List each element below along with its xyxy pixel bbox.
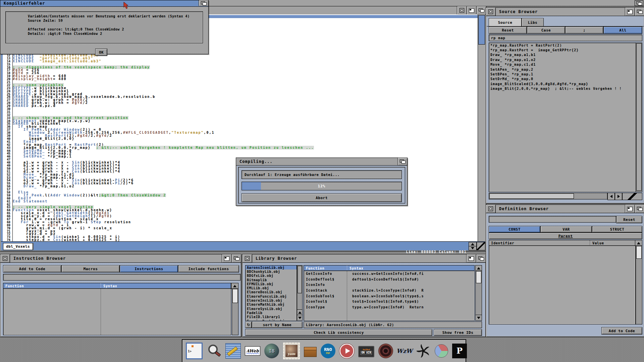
play-icon[interactable] [339,344,354,358]
code-line[interactable]: 34Statement update_map{x.w,y.w} [3,120,479,123]
zoom-gadget[interactable] [466,254,476,262]
library-list-item[interactable]: Bitmaplib [246,278,297,282]
code-line[interactable]: 28SHARED grhh.w: grhh = #gYd/2 [3,102,479,105]
definition-list[interactable] [489,245,636,324]
source-result-item[interactable]: SetBPen_ *rp_map,1 [489,72,636,76]
function-row[interactable]: IconTypetype.w=IconType(Info#) Return [304,304,474,310]
function-vertical-scrollbar[interactable] [475,270,482,315]
abort-button[interactable]: Abort [241,193,402,202]
add-to-code-button[interactable]: Add to Code [601,327,642,335]
source-result-item[interactable]: SetDrMd_ *rp_map,0 [489,77,636,81]
reset-button[interactable]: Reset [616,216,642,223]
tab-struct[interactable]: STRUCT [592,226,642,233]
code-line[interactable]: 30 [3,108,479,111]
error-depth-gadget[interactable] [199,0,208,6]
rno-pdf-icon[interactable]: RNOPDF [321,344,335,358]
source-result-item[interactable]: Draw_ *rp_map,a1,b1 [489,53,636,57]
scrollbar-thumb[interactable] [636,43,642,191]
source-result-item[interactable]: SetAPen_ *rp_map,2 [489,67,636,72]
case-button[interactable]: Case [527,26,565,34]
window-resize-gadget[interactable] [477,242,485,250]
code-line[interactable]: 43 image_Blit{2,0,0,*rp_map} ; &lt;-- ue… [3,146,479,149]
function-row[interactable]: IconTool$tool$=IconTool$(Info#,type$) [304,299,474,304]
window-resize-gadget[interactable] [622,193,642,200]
instruction-browser-titlebar[interactable]: Instruction Browser [0,254,241,263]
library-vertical-scrollbar[interactable] [297,265,303,310]
tab-var[interactable]: VAR [540,226,592,233]
yam-mail-icon[interactable]: yam [283,343,300,359]
library-list-item[interactable]: ElmoreMathLib.obj [246,303,297,307]
editor-zoom-gadget[interactable] [467,6,476,14]
function-row[interactable]: IconDefTool$deftool$=IconDefTool$(Info#) [304,277,474,282]
code-line[interactable]: 45 SetAPen_ *rp_map,2 [3,152,479,155]
scroll-down-button[interactable] [475,315,482,321]
code-line[interactable]: 68 For i.w = -grwh To grwh-1 Step resolu… [3,221,479,224]
scrollbar-thumb[interactable] [476,271,481,283]
library-list-item[interactable]: ElmoreFuncsLib.obj [246,294,297,298]
function-row[interactable]: IconInfo [304,282,474,288]
notepad-icon[interactable] [225,343,241,359]
screen-depth-gadget[interactable] [635,0,643,6]
code-line[interactable]: 44 SetDrMd_ *rp_map,0 [3,149,479,153]
cycle-gadget[interactable]: ↻ [245,321,252,328]
library-list-item[interactable]: FuzziesRegLib.obj [246,319,297,321]
editor-depth-gadget[interactable] [476,6,486,14]
aweb-icon[interactable]: AWeb [245,346,260,356]
wzw-icon[interactable]: WzW [397,344,412,358]
source-result-item[interactable]: *rp_map.RastPort = RastPort(2) [489,43,636,48]
pinwheel-icon[interactable] [416,344,431,358]
code-line[interactable]: 19#display_width = 640 [3,75,479,78]
code-line[interactable]: 31 [3,111,479,114]
code-line[interactable]: 16; -- dimensions of the voxelspace &amp… [3,66,479,69]
amimod-radio-icon[interactable]: AmiModON AIR [358,346,374,357]
code-line[interactable]: 23DEFTYPE.w blickhoehe [3,87,479,90]
library-list-item[interactable]: BDChunkyLib.obj [246,269,297,274]
code-line[interactable]: 35SHARED blickwinkel [3,122,479,125]
library-list-item[interactable]: AaronsIconLib.obj [246,265,297,269]
tab-source[interactable]: Source [489,18,522,26]
close-gadget[interactable] [0,254,10,262]
parent-button[interactable]: Parent [489,233,642,239]
depth-gadget[interactable] [635,8,644,16]
ok-button[interactable]: OK [95,49,107,56]
check-lib-consistency-button[interactable]: Check Lib consistency [245,329,432,336]
close-gadget[interactable] [243,254,252,262]
library-list-item[interactable]: Fadelib [246,311,297,315]
include-functions-button[interactable]: Include functions [178,265,239,273]
tab-dbl-voxels[interactable]: dbl_Voxels [3,243,33,250]
definition-vertical-scrollbar[interactable] [636,245,642,324]
instructions-button[interactable]: Instructions [120,265,178,273]
library-list-item[interactable]: ElmoreDosLib.obj [246,290,297,294]
scrollbar-thumb[interactable] [489,193,574,199]
definition-search-input[interactable] [489,216,616,223]
code-line[interactable]: 71 rayx.d = px [3,230,479,233]
ibrowse-globe-icon[interactable]: IB [264,344,279,358]
scrollbar-thumb[interactable] [636,246,642,259]
depth-gadget[interactable] [476,254,486,262]
library-list-item[interactable]: FileID.library1 [246,315,297,319]
pie-chart-icon[interactable] [435,344,448,358]
code-line[interactable]: 29SHARED px.d,pz.d [3,105,479,108]
library-browser-titlebar[interactable]: Library Browser [243,254,486,263]
library-list-item[interactable]: ElmoreIncLib.obj [246,298,297,302]
semicolon-button[interactable]: ; [565,26,603,34]
close-gadget[interactable] [486,8,496,16]
compiling-titlebar[interactable]: Compiling... [236,158,407,166]
scroll-down-button[interactable] [469,246,477,250]
macros-button[interactable]: Macros [61,265,120,273]
zoom-gadget[interactable] [625,8,635,16]
zoom-gadget[interactable] [625,205,635,213]
source-result-item[interactable]: *rp_map.RastPort = image_GetRPPtr{2} [489,48,636,52]
all-button[interactable]: All [603,26,642,34]
code-line[interactable]: 40 image_Blit{2,0,0} [3,137,479,140]
reset-button[interactable]: Reset [489,26,527,34]
library-list-item[interactable]: EMLLib.obj [246,286,297,290]
compiling-depth-gadget[interactable] [397,158,407,165]
function-row[interactable]: GetIconInfosuccess.w=GetIconInfo(Info#,f… [304,271,474,277]
code-line[interactable]: 14XINCLUDE "image_ext.include.ab3" [3,60,479,63]
scroll-down-button[interactable] [297,315,303,321]
error-titlebar[interactable]: Kompilierfehler [0,0,208,7]
depth-gadget[interactable] [231,254,241,262]
source-browser-titlebar[interactable]: Source Browser [486,8,644,16]
search-input[interactable] [489,35,642,41]
